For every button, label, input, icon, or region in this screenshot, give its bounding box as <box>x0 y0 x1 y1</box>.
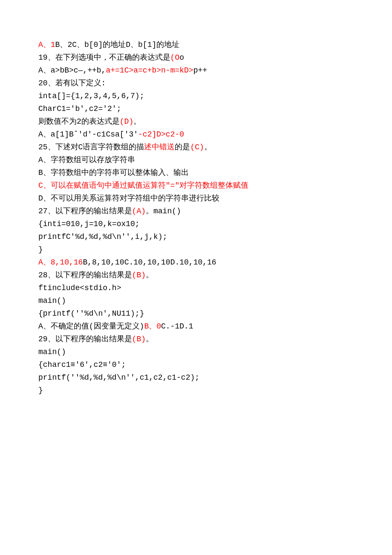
text-line: printf(''%d,%d,%d\n'',c1,c2,c1-c2); <box>38 371 354 384</box>
text-segment: printfC'%d,%d,%d\n'',i,j,k); <box>38 232 167 241</box>
text-segment: (O <box>170 53 180 62</box>
text-segment: A、1 <box>38 41 55 49</box>
text-line: 20、若有以下定义: <box>38 77 354 90</box>
text-segment: B、字符数组中的字符串可以整体输入、输出 <box>38 169 189 177</box>
text-line: A、不确定的值(因变量无定义)B、0C.-1D.1 <box>38 320 354 333</box>
text-segment: 20、若有以下定义: <box>38 79 106 87</box>
text-segment: C.-1D.1 <box>161 322 193 331</box>
text-line: 29、以下程序的输出结果是(B)。 <box>38 333 354 346</box>
text-segment: (B) <box>132 271 146 279</box>
text-segment: (D) <box>120 117 133 126</box>
text-line: A、8,10,16B,8,10,10C.10,10,10D.10,10,16 <box>38 256 354 269</box>
text-line: CharC1='b',c2='2'; <box>38 102 354 115</box>
text-segment: A、a[1]Bˆ'd'-c1Csa['3' <box>38 130 138 139</box>
text-segment: 述中错送 <box>144 143 175 151</box>
text-segment: printf(''%d,%d,%d\n'',c1,c2,c1-c2); <box>38 373 199 382</box>
text-segment: main() <box>38 296 66 305</box>
text-segment: CharC1='b',c2='2'; <box>38 105 121 113</box>
text-segment: ftinclude<stdio.h> <box>38 284 121 292</box>
text-segment: C、可以在赋值语句中通过赋值运算符"="对字符数组整体赋值 <box>38 181 248 190</box>
text-line: D、不可以用关系运算符对字符组中的字符串进行比较 <box>38 192 354 205</box>
text-segment: B、0 <box>144 322 161 331</box>
text-segment: {charc1≡'6',c2≡'0'; <box>38 360 126 369</box>
text-segment: {printf(''%d\n',NU11);} <box>38 309 144 318</box>
text-line: C、可以在赋值语句中通过赋值运算符"="对字符数组整体赋值 <box>38 179 354 192</box>
text-line: printfC'%d,%d,%d\n'',i,j,k); <box>38 230 354 243</box>
text-segment: 29、以下程序的输出结果是 <box>38 335 132 343</box>
text-line: A、a>bB>c—,++b,a+=1C>a=c+b>n-m=kD>p++ <box>38 64 354 77</box>
text-segment: 的是 <box>175 143 190 151</box>
text-segment: a+=1C>a=c+b>n-m=kD> <box>106 66 193 75</box>
text-segment: 。 <box>204 143 212 151</box>
text-segment: A、不确定的值(因变量无定义) <box>38 322 144 331</box>
text-segment: -c2]D>c2-0 <box>138 130 184 139</box>
text-line: {inti=010,j=10,k=ox10; <box>38 218 354 230</box>
text-segment: main() <box>38 348 66 356</box>
text-line: {printf(''%d\n',NU11);} <box>38 307 354 320</box>
text-segment: inta[]={1,2,3,4,5,6,7); <box>38 92 144 100</box>
text-segment: 。 <box>133 117 141 126</box>
text-segment: B、2C、b[0]的地址D、b[1]的地址 <box>55 41 180 49</box>
text-segment: (C) <box>190 143 204 151</box>
text-segment: o <box>179 53 184 62</box>
text-line: {charc1≡'6',c2≡'0'; <box>38 358 354 371</box>
text-segment: A、a>bB>c—,++b, <box>38 66 106 75</box>
text-segment: A、8,10,16 <box>38 258 83 267</box>
text-segment: 19、在下列选项中，不正确的表达式是 <box>38 53 170 62</box>
text-segment: } <box>38 386 43 395</box>
text-segment: {inti=010,j=10,k=ox10; <box>38 220 140 228</box>
text-segment: A、字符数组可以存放字符串 <box>38 156 135 164</box>
text-segment: p++ <box>193 66 207 75</box>
text-line: 19、在下列选项中，不正确的表达式是(Oo <box>38 51 354 64</box>
text-segment: 27、以下程序的输出结果是 <box>38 207 132 215</box>
document-body: A、1B、2C、b[0]的地址D、b[1]的地址19、在下列选项中，不正确的表达… <box>38 38 354 397</box>
text-segment: 。main() <box>146 207 181 215</box>
text-line: 25、下述对C语言字符数组的描述中错送的是(C)。 <box>38 141 354 154</box>
text-line: A、字符数组可以存放字符串 <box>38 154 354 166</box>
text-line: } <box>38 243 354 256</box>
text-line: 则数值不为2的表达式是(D)。 <box>38 115 354 128</box>
text-segment: 25、下述对C语言字符数组的描 <box>38 143 144 151</box>
text-line: } <box>38 384 354 397</box>
text-line: A、a[1]Bˆ'd'-c1Csa['3'-c2]D>c2-0 <box>38 128 354 141</box>
text-segment: (B) <box>132 335 146 343</box>
text-line: main() <box>38 346 354 358</box>
text-segment: 。 <box>146 335 153 343</box>
text-line: A、1B、2C、b[0]的地址D、b[1]的地址 <box>38 38 354 51</box>
text-segment: D、不可以用关系运算符对字符组中的字符串进行比较 <box>38 194 219 203</box>
text-line: ftinclude<stdio.h> <box>38 282 354 294</box>
text-line: 28、以下程序的输出结果是(B)。 <box>38 269 354 282</box>
text-segment: (A) <box>132 207 146 215</box>
text-segment: 28、以下程序的输出结果是 <box>38 271 132 279</box>
text-line: inta[]={1,2,3,4,5,6,7); <box>38 90 354 102</box>
text-segment: 则数值不为2的表达式是 <box>38 117 120 126</box>
text-line: B、字符数组中的字符串可以整体输入、输出 <box>38 166 354 179</box>
text-line: main() <box>38 294 354 307</box>
text-segment: 。 <box>146 271 153 279</box>
text-segment: } <box>38 245 43 254</box>
text-segment: B,8,10,10C.10,10,10D.10,10,16 <box>83 258 216 267</box>
text-line: 27、以下程序的输出结果是(A)。main() <box>38 205 354 218</box>
